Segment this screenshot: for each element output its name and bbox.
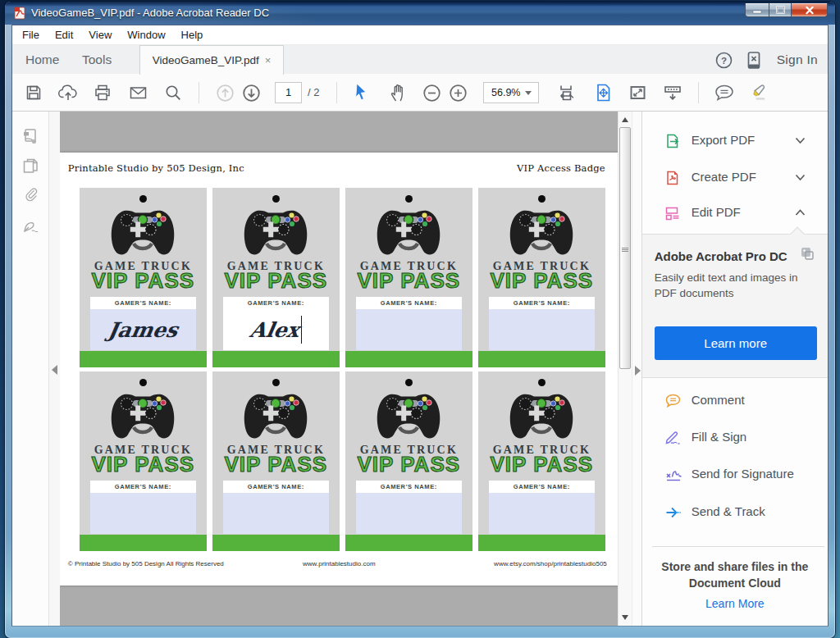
promo-title: Adobe Acrobat Pro DC (655, 249, 788, 263)
fill-sign-tool[interactable]: Fill & Sign (642, 427, 828, 449)
select-tool-button[interactable] (351, 83, 371, 103)
gamer-name-field[interactable]: GAMER'S NAME: (489, 481, 595, 534)
page-total-label: / 2 (308, 82, 319, 103)
badge-hole-dot (405, 379, 413, 386)
game-controller-graphic (111, 209, 175, 256)
highlight-tool-button[interactable] (748, 83, 768, 103)
attachments-paperclip-icon[interactable] (21, 185, 40, 203)
maximize-button[interactable] (769, 3, 792, 17)
minimize-button[interactable] (745, 3, 769, 17)
help-icon[interactable]: ? (715, 52, 733, 69)
scroll-up-arrow[interactable] (622, 117, 628, 122)
scroll-down-arrow[interactable] (622, 615, 628, 620)
game-controller-graphic (509, 393, 573, 440)
vip-pass-card: GAME TRUCK VIP PASS GAMER'S NAME: (478, 188, 605, 367)
fullscreen-button[interactable] (628, 83, 647, 103)
card-bottom-strip (212, 535, 340, 551)
export-pdf-tool[interactable]: Export PDF (642, 130, 828, 152)
save-button[interactable] (24, 83, 43, 103)
gamer-name-field[interactable]: GAMER'S NAME: (90, 481, 196, 534)
tab-close-icon[interactable]: × (265, 54, 272, 66)
left-sidebar (12, 112, 49, 626)
zoom-level-dropdown[interactable]: 56.9% (483, 82, 539, 103)
sign-in-button[interactable]: Sign In (777, 52, 818, 67)
edit-pdf-tool[interactable]: Edit PDF (642, 203, 828, 224)
gamer-name-input[interactable] (489, 309, 595, 350)
gamer-name-input[interactable]: James (90, 309, 196, 350)
gamer-name-field[interactable]: GAMER'S NAME: James (90, 297, 196, 350)
upload-cloud-button[interactable] (58, 83, 78, 103)
create-pdf-tool[interactable]: Create PDF (642, 167, 828, 189)
badge-hole-dot (538, 379, 546, 386)
scrollbar-thumb[interactable] (619, 127, 631, 369)
scrolling-mode-button[interactable] (557, 83, 577, 103)
game-controller-graphic (377, 209, 441, 256)
export-file-icon[interactable] (21, 127, 40, 146)
menu-window[interactable]: Window (124, 27, 168, 43)
next-page-button[interactable] (241, 83, 261, 103)
close-button[interactable] (792, 3, 828, 17)
menu-help[interactable]: Help (178, 27, 207, 43)
gamer-name-input[interactable] (90, 493, 196, 534)
menu-file[interactable]: File (19, 27, 43, 43)
acrobat-promo-box: Adobe Acrobat Pro DC Easily edit text an… (642, 234, 828, 378)
gamer-name-field[interactable]: GAMER'S NAME: (356, 297, 462, 350)
signature-pen-icon[interactable] (21, 217, 41, 236)
promo-notch (790, 227, 804, 241)
send-track-tool[interactable]: Send & Track (642, 502, 828, 523)
gamer-name-input[interactable] (489, 493, 595, 534)
gamer-name-input-active[interactable]: Alex (223, 309, 329, 350)
comment-tool[interactable]: Comment (642, 390, 828, 412)
right-pane-collapse-strip[interactable] (632, 112, 641, 626)
page-thumbnails-icon[interactable] (21, 157, 40, 175)
send-for-signature-tool[interactable]: Send for Signature (642, 464, 828, 485)
tab-document[interactable]: VideoGameB_VIP.pdf × (139, 45, 284, 75)
gamer-name-input[interactable] (356, 309, 462, 350)
mobile-device-icon[interactable] (747, 52, 760, 69)
gamer-name-field-active[interactable]: GAMER'S NAME: Alex (223, 297, 329, 350)
gamer-name-label: GAMER'S NAME: (489, 297, 595, 309)
send-track-label: Send & Track (692, 504, 765, 518)
learn-more-button[interactable]: Learn more (655, 326, 817, 360)
menu-view[interactable]: View (85, 27, 115, 43)
badge-hole-dot (405, 195, 413, 203)
zoom-out-button[interactable] (422, 83, 441, 103)
tab-tools[interactable]: Tools (82, 45, 112, 75)
gamer-name-field[interactable]: GAMER'S NAME: (223, 481, 329, 534)
card-bottom-strip (345, 535, 472, 551)
tabbar-right-group: ? Sign In (701, 45, 818, 75)
gamer-name-input[interactable] (223, 493, 329, 534)
hand-tool-button[interactable] (388, 83, 408, 103)
pdf-page: Printable Studio by 505 Design, Inc VIP … (60, 153, 618, 586)
search-icon (164, 84, 182, 102)
fit-page-button[interactable] (593, 83, 613, 103)
tab-home[interactable]: Home (25, 45, 59, 75)
vertical-scrollbar[interactable] (618, 112, 632, 626)
left-pane-collapse-strip[interactable] (49, 112, 60, 626)
email-button[interactable] (128, 83, 148, 103)
print-button[interactable] (93, 83, 112, 103)
promo-desc-line1: Easily edit text and images in (655, 271, 798, 284)
presentation-button[interactable] (663, 83, 682, 103)
card-bottom-strip (80, 351, 207, 367)
presentation-icon (663, 84, 682, 103)
search-button[interactable] (163, 83, 183, 103)
page-header-left: Printable Studio by 505 Design, Inc (68, 162, 244, 174)
gamer-name-field[interactable]: GAMER'S NAME: (356, 481, 462, 534)
zoom-level-value: 56.9% (491, 87, 525, 98)
acrobat-app-icon (13, 7, 26, 20)
collapse-left-arrow-icon (52, 365, 57, 375)
comment-tool-button[interactable] (714, 83, 734, 103)
print-icon (94, 84, 112, 102)
vip-pass-card: GAME TRUCK VIP PASS GAMER'S NAME: Alex (212, 188, 340, 367)
gamer-name-field[interactable]: GAMER'S NAME: (489, 297, 595, 350)
learn-more-link[interactable]: Learn More (642, 597, 828, 610)
document-view[interactable]: Printable Studio by 505 Design, Inc VIP … (60, 112, 618, 626)
menu-edit[interactable]: Edit (52, 27, 76, 43)
gamer-name-input[interactable] (356, 493, 462, 534)
titlebar[interactable]: VideoGameB_VIP.pdf - Adobe Acrobat Reade… (5, 2, 835, 25)
save-icon (25, 84, 43, 102)
zoom-in-button[interactable] (448, 83, 468, 103)
page-number-input[interactable]: 1 (275, 82, 302, 103)
previous-page-button[interactable] (215, 83, 235, 103)
